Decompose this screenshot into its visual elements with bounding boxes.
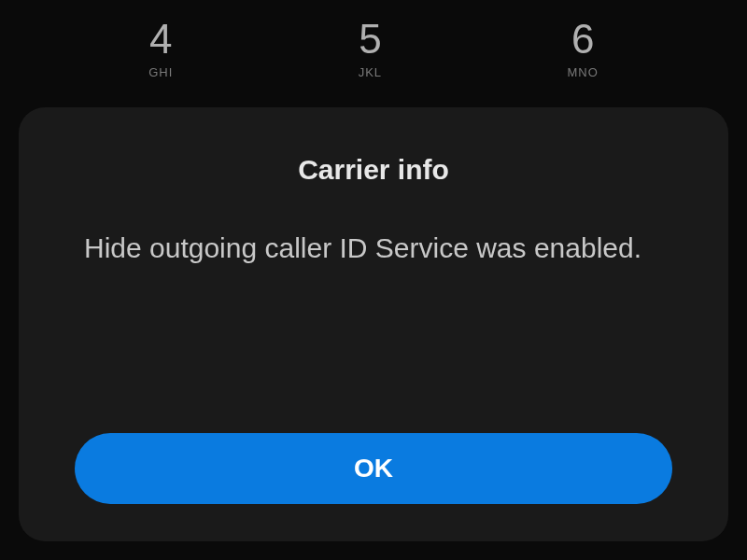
- dialpad-key-4[interactable]: 4 GHI: [148, 19, 173, 79]
- ok-button[interactable]: OK: [75, 433, 672, 504]
- dialpad-letters: GHI: [148, 65, 173, 79]
- carrier-info-modal: Carrier info Hide outgoing caller ID Ser…: [19, 107, 728, 541]
- dialpad-digit: 5: [359, 19, 381, 60]
- dialpad-digit: 4: [149, 19, 172, 60]
- modal-title: Carrier info: [75, 154, 672, 186]
- dialpad-letters: JKL: [359, 65, 382, 79]
- dialpad-digit: 6: [571, 19, 594, 60]
- modal-message: Hide outgoing caller ID Service was enab…: [75, 228, 672, 405]
- dialpad-letters: MNO: [567, 65, 598, 79]
- dialpad-key-5[interactable]: 5 JKL: [359, 19, 382, 79]
- dialpad-key-6[interactable]: 6 MNO: [567, 19, 598, 79]
- dialpad-row: 4 GHI 5 JKL 6 MNO: [0, 0, 747, 79]
